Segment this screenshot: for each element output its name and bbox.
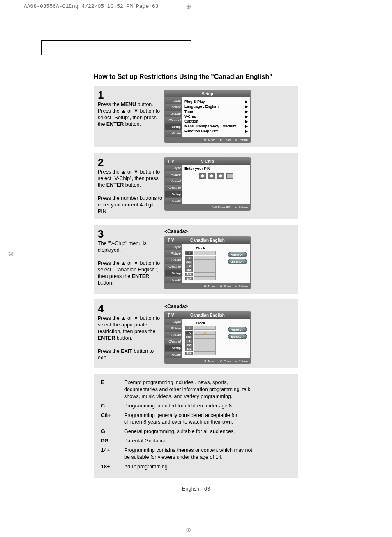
- crop-mark-bottom-left: [23, 525, 23, 537]
- rating-block-cell[interactable]: [194, 268, 216, 272]
- glossary-row-g: GGeneral programming, suitable for all a…: [101, 428, 291, 435]
- tv-menu-row[interactable]: Caption▶: [184, 119, 248, 124]
- return-icon: ⎌: [235, 138, 237, 142]
- rating-row-e[interactable]: E: [185, 326, 216, 330]
- rating-row-c[interactable]: C: [185, 256, 216, 260]
- pin-digit-box[interactable]: ✱: [199, 173, 206, 179]
- tv-tab-sound[interactable]: Sound: [165, 178, 182, 185]
- rating-grid: BlockEC🔒C8+GPG14+18+Allow AllBlock All: [184, 319, 249, 357]
- tv-tab-channel[interactable]: Channel: [165, 338, 182, 345]
- tv-tab-setup[interactable]: Setup: [165, 124, 182, 130]
- tv-titlebar: Canadian EnglishT V: [165, 236, 250, 244]
- tv-tab-channel[interactable]: Channel: [165, 185, 182, 191]
- tv-wrap: <Canada>Canadian EnglishT VInputPictureS…: [164, 229, 295, 289]
- glossary-key: C: [101, 403, 124, 410]
- tv-caption: <Canada>: [164, 303, 295, 309]
- pin-digit-box[interactable]: ✱: [208, 173, 215, 179]
- glossary-row-14plus: 14+Programming contains themes or conten…: [101, 447, 291, 461]
- pin-input-row[interactable]: ✱✱✱: [184, 173, 248, 179]
- tv-tab-sound[interactable]: Sound: [165, 257, 182, 264]
- tv-tab-picture[interactable]: Picture: [165, 171, 182, 178]
- rating-block-cell[interactable]: 🔒: [194, 331, 216, 335]
- glossary-value: Parental Guidance.: [124, 437, 256, 444]
- rating-block-cell[interactable]: [194, 335, 216, 339]
- tv-tab-setup[interactable]: Setup: [165, 270, 182, 277]
- rating-row-14plus[interactable]: 14+: [185, 347, 216, 351]
- tv-tab-picture[interactable]: Picture: [165, 250, 182, 257]
- tv-footer-bar: 0~9 Enter PIN⎌ Return: [165, 204, 250, 210]
- tv-tab-channel[interactable]: Channel: [165, 117, 182, 124]
- tv-tab-guide[interactable]: Guide: [165, 198, 182, 204]
- rating-block-cell[interactable]: [194, 264, 216, 268]
- tv-menu-row[interactable]: Plug & Play▶: [184, 99, 248, 104]
- rating-block-cell[interactable]: [194, 260, 216, 264]
- rating-block-cell[interactable]: [194, 251, 216, 255]
- tv-side-tabs: InputPictureSoundChannelSetupGuide: [165, 319, 182, 358]
- tv-tab-input[interactable]: Input: [165, 244, 182, 250]
- tv-title: V-Chip: [201, 159, 214, 164]
- rating-row-pg[interactable]: PG: [185, 343, 216, 347]
- pin-digit-box[interactable]: ✱: [217, 173, 224, 179]
- rating-block-cell[interactable]: [194, 276, 216, 280]
- tv-tab-guide[interactable]: Guide: [165, 352, 182, 358]
- rating-block-cell[interactable]: [194, 326, 216, 330]
- tv-tab-input[interactable]: Input: [165, 97, 182, 104]
- rating-label: C: [185, 331, 193, 335]
- rating-row-c[interactable]: C🔒: [185, 331, 216, 335]
- step-text: 1Press the MENU button. Press the ▲ or ▼…: [98, 90, 163, 127]
- rating-row-14plus[interactable]: 14+: [185, 272, 216, 276]
- rating-label: PG: [185, 268, 193, 272]
- rating-row-18plus[interactable]: 18+: [185, 276, 216, 280]
- tv-tab-sound[interactable]: Sound: [165, 111, 182, 117]
- step-panel-4: 4Press the ▲ or ▼ button to select the a…: [94, 299, 298, 368]
- rating-block-cell[interactable]: [194, 339, 216, 343]
- tv-tab-setup[interactable]: Setup: [165, 345, 182, 352]
- return-icon: ⎌: [235, 359, 237, 363]
- rating-block-cell[interactable]: [194, 256, 216, 260]
- tv-title: Canadian English: [190, 238, 225, 243]
- crop-mark-left-icon: ⊕: [8, 250, 14, 258]
- rating-row-c8plus[interactable]: C8+: [185, 335, 216, 339]
- enter-icon: ↵: [220, 359, 223, 363]
- tv-tab-picture[interactable]: Picture: [165, 104, 182, 111]
- rating-row-e[interactable]: E: [185, 251, 216, 255]
- rating-block-cell[interactable]: [194, 343, 216, 347]
- rating-row-g[interactable]: G: [185, 264, 216, 268]
- tv-tab-input[interactable]: Input: [165, 319, 182, 325]
- tv-body: BlockEC🔒C8+GPG14+18+Allow AllBlock All: [182, 319, 250, 358]
- enter-icon: ↵: [220, 138, 223, 142]
- crop-mark-bottom-center-icon: ⊕: [186, 526, 191, 534]
- allow-all-button[interactable]: Allow All: [228, 327, 247, 332]
- pin-digit-box[interactable]: [226, 173, 233, 179]
- move-icon: ✥: [204, 359, 207, 363]
- tv-footer-hint: ⎌ Return: [235, 138, 248, 142]
- tv-body: Enter your PIN✱✱✱: [182, 165, 250, 204]
- tv-menu-row[interactable]: Language : English▶: [184, 104, 248, 109]
- block-all-button[interactable]: Block All: [228, 259, 247, 264]
- crop-mark-top-right: [369, 0, 369, 12]
- tv-tab-channel[interactable]: Channel: [165, 264, 182, 270]
- chevron-right-icon: ▶: [245, 130, 248, 133]
- tv-menu-row[interactable]: Menu Transparency : Medium▶: [184, 124, 248, 129]
- tv-wrap: V-ChipT VInputPictureSoundChannelSetupGu…: [164, 157, 295, 211]
- rating-row-c8plus[interactable]: C8+: [185, 260, 216, 264]
- tv-menu-row[interactable]: V-Chip▶: [184, 114, 248, 119]
- block-column-head: Block: [185, 246, 216, 250]
- rating-row-18plus[interactable]: 18+: [185, 351, 216, 355]
- rating-block-cell[interactable]: [194, 347, 216, 351]
- tv-menu-row[interactable]: Function Help : Off▶: [184, 129, 248, 134]
- tv-tab-guide[interactable]: Guide: [165, 277, 182, 283]
- tv-tab-input[interactable]: Input: [165, 165, 182, 171]
- tv-tab-picture[interactable]: Picture: [165, 325, 182, 332]
- block-all-button[interactable]: Block All: [228, 334, 247, 339]
- tv-tab-sound[interactable]: Sound: [165, 332, 182, 338]
- rating-block-cell[interactable]: [194, 272, 216, 276]
- tv-menu-row[interactable]: Time▶: [184, 109, 248, 114]
- tv-tab-guide[interactable]: Guide: [165, 130, 182, 137]
- rating-block-cell[interactable]: [194, 351, 216, 355]
- rating-row-g[interactable]: G: [185, 339, 216, 343]
- step-text: 4Press the ▲ or ▼ button to select the a…: [98, 303, 163, 361]
- allow-all-button[interactable]: Allow All: [228, 252, 247, 257]
- tv-tab-setup[interactable]: Setup: [165, 191, 182, 198]
- rating-row-pg[interactable]: PG: [185, 268, 216, 272]
